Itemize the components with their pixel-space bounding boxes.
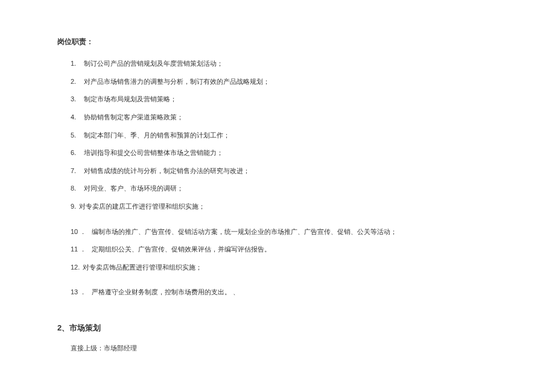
item-number: 2. <box>71 78 76 85</box>
item-text: 制订公司产品的营销规划及年度营销策划活动； <box>84 60 223 67</box>
item-text: 协助销售制定客户渠道策略政策； <box>84 113 183 121</box>
item-number: 4. <box>71 113 76 121</box>
item-number: 1. <box>71 60 76 67</box>
item-text: 培训指导和提交公司营销整体市场之营销能力； <box>84 149 223 156</box>
item-number: 13 ． <box>71 288 86 296</box>
item-number: 11 ． <box>71 245 86 253</box>
item-number: 5. <box>71 131 76 139</box>
list-item: 2. 对产品市场销售潜力的调整与分析，制订有效的产品战略规划； <box>71 77 501 87</box>
item-number: 10 ． <box>71 228 86 235</box>
list-item: 12. 对专卖店饰品配置进行管理和组织实施； <box>71 262 501 273</box>
list-item: 13 ． 严格遵守企业财务制度，控制市场费用的支出。 、 <box>71 287 501 298</box>
item-number: 6. <box>71 149 76 156</box>
list-item: 8. 对同业、客户、市场环境的调研； <box>71 183 501 194</box>
sub-line: 直接上级：市场部经理 <box>57 343 501 354</box>
item-text: 制定本部门年、季、月的销售和预算的计划工作； <box>84 131 230 139</box>
list-item: 9. 对专卖店的建店工作进行管理和组织实施； <box>71 201 501 212</box>
duties-list: 1. 制订公司产品的营销规划及年度营销策划活动； 2. 对产品市场销售潜力的调整… <box>57 58 501 298</box>
item-text: 对同业、客户、市场环境的调研； <box>84 185 183 192</box>
item-number: 12. <box>71 264 80 271</box>
item-number: 9. <box>71 203 76 210</box>
list-item: 11 ． 定期组织公关、广告宣传、促销效果评估，并编写评估报告。 <box>71 244 501 255</box>
item-text: 对专卖店的建店工作进行管理和组织实施； <box>79 203 205 210</box>
sub-heading: 2、市场策划 <box>57 322 501 335</box>
item-number: 7. <box>71 167 76 174</box>
list-item: 3. 制定市场布局规划及营销策略； <box>71 94 501 105</box>
list-item: 10 ． 编制市场的推广、广告宣传、促销活动方案，统一规划企业的市场推广、广告宣… <box>71 227 501 238</box>
item-text: 对专卖店饰品配置进行管理和组织实施； <box>83 264 202 271</box>
item-text: 制定市场布局规划及营销策略； <box>84 95 177 103</box>
item-text: 编制市场的推广、广告宣传、促销活动方案，统一规划企业的市场推广、广告宣传、促销、… <box>92 228 397 235</box>
item-text: 严格遵守企业财务制度，控制市场费用的支出。 、 <box>92 288 239 296</box>
document-page: 岗位职责： 1. 制订公司产品的营销规划及年度营销策划活动； 2. 对产品市场销… <box>0 0 555 378</box>
item-number: 3. <box>71 95 76 103</box>
list-item: 1. 制订公司产品的营销规划及年度营销策划活动； <box>71 58 501 69</box>
section-title: 岗位职责： <box>57 36 501 48</box>
item-text: 对销售成绩的统计与分析，制定销售办法的研究与改进； <box>84 167 250 174</box>
list-item: 5. 制定本部门年、季、月的销售和预算的计划工作； <box>71 130 501 141</box>
item-text: 对产品市场销售潜力的调整与分析，制订有效的产品战略规划； <box>84 78 270 85</box>
item-text: 定期组织公关、广告宣传、促销效果评估，并编写评估报告。 <box>92 245 271 253</box>
list-item: 6. 培训指导和提交公司营销整体市场之营销能力； <box>71 148 501 159</box>
list-item: 4. 协助销售制定客户渠道策略政策； <box>71 112 501 123</box>
item-number: 8. <box>71 185 76 192</box>
list-item: 7. 对销售成绩的统计与分析，制定销售办法的研究与改进； <box>71 166 501 177</box>
